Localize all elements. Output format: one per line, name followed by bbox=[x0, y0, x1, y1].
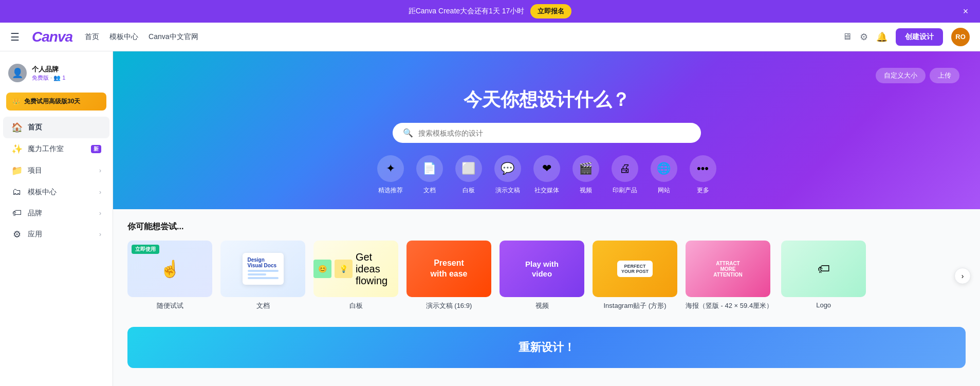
card-present-bg: Presentwith ease bbox=[406, 241, 491, 297]
card-random[interactable]: ☝ 立即使用 随便试试 bbox=[127, 241, 212, 310]
card-logo-thumb: 🏷 bbox=[781, 241, 866, 297]
custom-size-button[interactable]: 自定义大小 bbox=[876, 68, 926, 83]
shortcut-presentation[interactable]: 💬 演示文稿 bbox=[494, 155, 521, 195]
whiteboard-shortcut-icon: ⬜ bbox=[455, 155, 482, 182]
upgrade-button[interactable]: 👑 免费试用高级版30天 bbox=[6, 93, 106, 111]
card-poster-bg: ATTRACTMOREATTENTION bbox=[686, 241, 770, 297]
sidebar-templates-label: 模板中心 bbox=[28, 188, 57, 197]
card-presentation-label: 演示文稿 (16:9) bbox=[406, 301, 491, 310]
card-instagram[interactable]: PERFECTYOUR POST Instagram贴子 (方形) bbox=[593, 241, 677, 310]
more-shortcut-icon: ••• bbox=[690, 155, 716, 182]
gear-icon[interactable]: ⚙ bbox=[860, 31, 868, 43]
card-presentation[interactable]: Presentwith ease 演示文稿 (16:9) bbox=[406, 241, 491, 310]
chevron-right-icon: › bbox=[99, 167, 101, 174]
card-docs[interactable]: DesignVisual Docs 文档 bbox=[220, 241, 305, 310]
search-bar: 🔍 bbox=[393, 123, 701, 143]
sticky-yellow: 💡 bbox=[335, 260, 353, 278]
shortcut-docs[interactable]: 📄 文档 bbox=[416, 155, 443, 195]
profile-avatar-icon: 👤 bbox=[8, 64, 27, 82]
new-badge: 新 bbox=[91, 145, 101, 153]
card-insta-bg: PERFECTYOUR POST bbox=[593, 241, 677, 297]
card-video-bg: Play withvideo bbox=[500, 241, 584, 297]
banner-text: 距Canva Create大会还有1天 17小时 bbox=[409, 7, 525, 16]
docs-shortcut-icon: 📄 bbox=[416, 155, 443, 182]
sidebar-item-brand[interactable]: 🏷 品牌 › bbox=[3, 203, 109, 224]
wb-text: Get ideasflowing bbox=[356, 251, 398, 287]
website-shortcut-label: 网站 bbox=[658, 186, 670, 195]
sidebar-projects-label: 项目 bbox=[28, 166, 42, 175]
insta-mock: PERFECTYOUR POST bbox=[617, 261, 653, 277]
monitor-icon[interactable]: 🖥 bbox=[842, 31, 852, 42]
card-whiteboard[interactable]: 😊 💡 Get ideasflowing 白板 bbox=[313, 241, 398, 310]
search-input[interactable] bbox=[418, 129, 691, 137]
card-poster[interactable]: ATTRACTMOREATTENTION 海报（竖版 - 42 × 59.4厘米… bbox=[686, 241, 773, 310]
bell-icon[interactable]: 🔔 bbox=[876, 31, 887, 43]
presentation-shortcut-label: 演示文稿 bbox=[495, 186, 520, 195]
profile-tier: 免费版 · 👥 1 bbox=[32, 74, 65, 82]
card-video[interactable]: Play withvideo 视频 bbox=[500, 241, 584, 310]
shortcut-website[interactable]: 🌐 网站 bbox=[651, 155, 677, 195]
whiteboard-shortcut-label: 白板 bbox=[463, 186, 475, 195]
nav-home[interactable]: 首页 bbox=[85, 32, 99, 41]
projects-icon: 📁 bbox=[11, 165, 23, 176]
sidebar-magic-label: 魔力工作室 bbox=[28, 144, 64, 154]
main-content: 自定义大小 上传 今天你想设计什么？ 🔍 ✦ 精选推荐 📄 文档 ⬜ bbox=[113, 51, 980, 386]
card-docs-label: 文档 bbox=[220, 301, 305, 310]
social-shortcut-icon: ❤ bbox=[533, 155, 560, 182]
create-design-button[interactable]: 创建设计 bbox=[896, 28, 943, 46]
nav-official-site[interactable]: Canva中文官网 bbox=[149, 32, 198, 41]
chevron-right-icon-2: › bbox=[99, 189, 101, 196]
home-icon: 🏠 bbox=[11, 122, 23, 133]
bottom-banner: 重新设计！ bbox=[127, 327, 966, 368]
canva-logo: Canva bbox=[32, 29, 72, 45]
card-video-thumb: Play withvideo bbox=[500, 241, 584, 297]
top-banner: 距Canva Create大会还有1天 17小时 立即报名 × bbox=[0, 0, 980, 23]
shortcut-whiteboard[interactable]: ⬜ 白板 bbox=[455, 155, 482, 195]
featured-label: 精选推荐 bbox=[378, 186, 403, 195]
sidebar-item-templates[interactable]: 🗂 模板中心 › bbox=[3, 181, 109, 203]
video-shortcut-label: 视频 bbox=[580, 186, 592, 195]
card-logo[interactable]: 🏷 Logo bbox=[781, 241, 866, 310]
card-poster-label: 海报（竖版 - 42 × 59.4厘米） bbox=[686, 301, 773, 310]
doc-mock: DesignVisual Docs bbox=[243, 253, 284, 285]
main-header: ☰ Canva 首页 模板中心 Canva中文官网 🖥 ⚙ 🔔 创建设计 RO bbox=[0, 23, 980, 51]
instant-badge: 立即使用 bbox=[132, 245, 159, 254]
scroll-next-button[interactable]: › bbox=[954, 268, 971, 284]
suggestions-title: 你可能想尝试... bbox=[127, 222, 966, 232]
card-logo-bg: 🏷 bbox=[781, 241, 866, 297]
templates-icon: 🗂 bbox=[11, 187, 23, 197]
shortcuts-row: ✦ 精选推荐 📄 文档 ⬜ 白板 💬 演示文稿 ❤ 社交媒体 bbox=[134, 155, 959, 195]
banner-close-button[interactable]: × bbox=[959, 5, 972, 17]
shortcut-more[interactable]: ••• 更多 bbox=[690, 155, 716, 195]
cursor-icon: ☝ bbox=[160, 259, 180, 279]
card-whiteboard-label: 白板 bbox=[313, 301, 398, 310]
upload-button[interactable]: 上传 bbox=[930, 68, 959, 83]
sidebar-item-apps[interactable]: ⚙ 应用 › bbox=[3, 224, 109, 245]
search-icon: 🔍 bbox=[403, 128, 413, 138]
hamburger-icon[interactable]: ☰ bbox=[10, 31, 20, 43]
presentation-shortcut-icon: 💬 bbox=[494, 155, 521, 182]
card-instagram-thumb: PERFECTYOUR POST bbox=[593, 241, 677, 297]
card-random-thumb: ☝ 立即使用 bbox=[127, 241, 212, 297]
sidebar-item-home[interactable]: 🏠 首页 bbox=[3, 117, 109, 138]
featured-icon: ✦ bbox=[377, 155, 404, 182]
shortcut-video[interactable]: 🎬 视频 bbox=[572, 155, 599, 195]
sidebar-item-projects[interactable]: 📁 项目 › bbox=[3, 160, 109, 181]
profile-name: 个人品牌 bbox=[32, 65, 65, 74]
shortcut-featured[interactable]: ✦ 精选推荐 bbox=[377, 155, 404, 195]
card-wb-bg: 😊 💡 Get ideasflowing bbox=[313, 241, 398, 297]
nav-templates[interactable]: 模板中心 bbox=[109, 32, 138, 41]
header-right: 🖥 ⚙ 🔔 创建设计 RO bbox=[842, 28, 970, 46]
shortcut-social[interactable]: ❤ 社交媒体 bbox=[533, 155, 560, 195]
brand-icon: 🏷 bbox=[11, 208, 23, 218]
shortcut-print[interactable]: 🖨 印刷产品 bbox=[612, 155, 638, 195]
card-doc-bg: DesignVisual Docs bbox=[220, 241, 305, 297]
user-avatar[interactable]: RO bbox=[951, 28, 970, 46]
video-shortcut-icon: 🎬 bbox=[572, 155, 599, 182]
crown-icon: 👑 bbox=[12, 98, 20, 105]
sidebar-item-magic[interactable]: ✨ 魔力工作室 新 bbox=[3, 138, 109, 160]
suggestions-section: 你可能想尝试... ☝ 立即使用 随便试试 bbox=[113, 209, 980, 327]
banner-cta-button[interactable]: 立即报名 bbox=[530, 4, 571, 19]
brand-icon-large: 🏷 bbox=[818, 262, 830, 276]
card-video-label: 视频 bbox=[500, 301, 584, 310]
